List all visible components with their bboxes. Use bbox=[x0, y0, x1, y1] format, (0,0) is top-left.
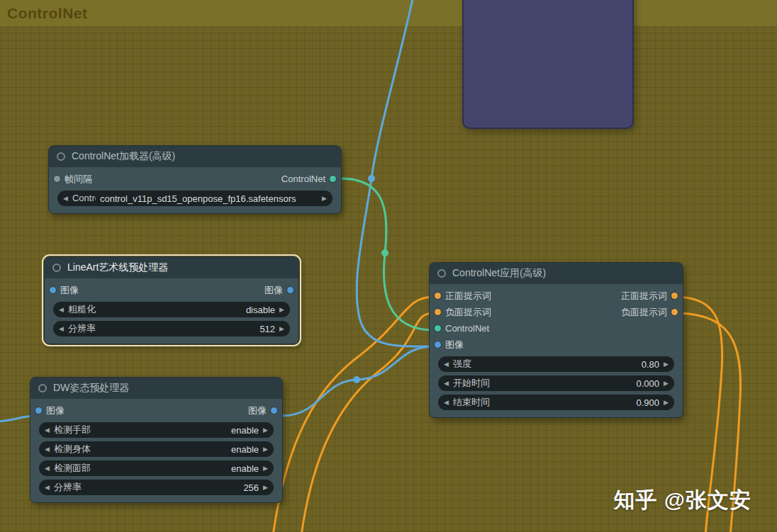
widget-value: 0.80 bbox=[476, 359, 659, 370]
node-title: LineArt艺术线预处理器 bbox=[67, 261, 168, 274]
widget-label: 检测面部 bbox=[54, 462, 91, 475]
input-slot-dot-image[interactable] bbox=[50, 287, 56, 293]
widget-right-arrow-icon[interactable]: ▶ bbox=[263, 426, 268, 434]
input-slot-dot-positive[interactable] bbox=[435, 293, 441, 299]
widget-right-arrow-icon[interactable]: ▶ bbox=[263, 446, 268, 453]
widget-left-arrow-icon[interactable]: ◀ bbox=[444, 361, 449, 368]
input-slot-label: 图像 bbox=[46, 404, 65, 417]
widget-left-arrow-icon[interactable]: ◀ bbox=[444, 380, 449, 387]
input-slot-dot-timestep[interactable] bbox=[54, 176, 60, 182]
group-header-bar[interactable]: ControlNet bbox=[0, 0, 777, 27]
input-slot-label: 负面提示词 bbox=[445, 306, 491, 319]
node-title-bar[interactable]: DW姿态预处理器 bbox=[30, 378, 282, 399]
widget-value: enable bbox=[95, 425, 259, 436]
widget-value: 512 bbox=[100, 324, 275, 334]
node-title: ControlNet加载器(高级) bbox=[72, 150, 175, 163]
widget-label: 强度 bbox=[453, 358, 471, 370]
input-slot-label: ControlNet bbox=[445, 323, 489, 334]
widget-value: disable bbox=[100, 305, 275, 315]
output-slot-label: 图像 bbox=[264, 284, 283, 297]
widget-right-arrow-icon[interactable]: ▶ bbox=[263, 465, 268, 472]
widget-right-arrow-icon[interactable]: ▶ bbox=[664, 380, 669, 387]
widget-left-arrow-icon[interactable]: ◀ bbox=[45, 484, 50, 491]
widget-label: 检测手部 bbox=[54, 424, 91, 436]
widget-resolution[interactable]: ◀ 分辨率 512 ▶ bbox=[53, 321, 290, 336]
input-slot-label: 图像 bbox=[445, 339, 464, 351]
widget-end-percent[interactable]: ◀ 结束时间 0.900 ▶ bbox=[438, 395, 674, 410]
widget-value: 256 bbox=[86, 482, 259, 493]
collapse-dot[interactable] bbox=[57, 152, 65, 161]
widget-left-arrow-icon[interactable]: ◀ bbox=[444, 399, 449, 406]
widget-left-arrow-icon[interactable]: ◀ bbox=[45, 446, 50, 453]
widget-detect-body[interactable]: ◀ 检测身体 enable ▶ bbox=[39, 441, 274, 457]
node-apply-controlnet[interactable]: ControlNet应用(高级) 正面提示词 正面提示词 负面提示词 负面提示词 bbox=[429, 262, 683, 418]
collapse-dot[interactable] bbox=[38, 384, 47, 392]
widget-label: 结束时间 bbox=[453, 396, 490, 409]
widget-label: 开始时间 bbox=[453, 377, 490, 390]
node-title: DW姿态预处理器 bbox=[53, 382, 129, 395]
widget-label: ControlNet名 bbox=[72, 192, 96, 205]
group-title: ControlNet bbox=[0, 0, 777, 26]
output-slot-dot-image[interactable] bbox=[287, 287, 294, 293]
widget-strength[interactable]: ◀ 强度 0.80 ▶ bbox=[438, 356, 674, 372]
slot-row: 图像 图像 bbox=[45, 282, 298, 298]
output-slot-label: ControlNet bbox=[281, 174, 325, 184]
widget-left-arrow-icon[interactable]: ◀ bbox=[45, 426, 50, 434]
widget-resolution[interactable]: ◀ 分辨率 256 ▶ bbox=[39, 480, 274, 495]
widget-left-arrow-icon[interactable]: ◀ bbox=[59, 306, 64, 313]
widget-right-arrow-icon[interactable]: ▶ bbox=[664, 361, 669, 368]
slot-row: 图像 bbox=[430, 336, 683, 353]
output-slot-dot-image[interactable] bbox=[271, 407, 277, 414]
widget-right-arrow-icon[interactable]: ▶ bbox=[664, 399, 669, 406]
node-dwpose-preprocessor[interactable]: DW姿态预处理器 图像 图像 ◀ 检测手部 enable ▶ ◀ 检测身体 en… bbox=[30, 377, 283, 503]
node-title: ControlNet应用(高级) bbox=[452, 267, 546, 280]
widget-start-percent[interactable]: ◀ 开始时间 0.000 ▶ bbox=[438, 375, 674, 391]
widget-right-arrow-icon[interactable]: ▶ bbox=[279, 325, 284, 332]
widget-left-arrow-icon[interactable]: ◀ bbox=[45, 465, 50, 472]
output-slot-dot-controlnet[interactable] bbox=[330, 176, 336, 182]
output-slot-label: 正面提示词 bbox=[621, 290, 667, 302]
slot-row: 图像 图像 bbox=[30, 402, 282, 419]
collapse-dot[interactable] bbox=[52, 264, 61, 272]
widget-right-arrow-icon[interactable]: ▶ bbox=[279, 306, 284, 313]
slot-row: 帧间隔 ControlNet bbox=[49, 171, 341, 187]
widget-detect-hands[interactable]: ◀ 检测手部 enable ▶ bbox=[39, 422, 274, 438]
widget-value: enable bbox=[95, 463, 259, 474]
slot-row: 负面提示词 负面提示词 bbox=[430, 304, 683, 320]
purple-panel-node[interactable] bbox=[462, 0, 634, 129]
input-slot-label: 图像 bbox=[60, 284, 79, 297]
input-slot-label: 帧间隔 bbox=[65, 173, 92, 186]
slot-row: 正面提示词 正面提示词 bbox=[430, 288, 683, 304]
input-slot-dot-image[interactable] bbox=[435, 341, 441, 348]
collapse-dot[interactable] bbox=[437, 269, 446, 278]
node-title-bar[interactable]: LineArt艺术线预处理器 bbox=[45, 257, 298, 278]
widget-controlnet-name[interactable]: ◀ ControlNet名 control_v11p_sd15_openpose… bbox=[57, 191, 332, 206]
widget-label: 分辨率 bbox=[54, 481, 82, 494]
input-slot-dot-controlnet[interactable] bbox=[435, 325, 441, 332]
slot-row: ControlNet bbox=[430, 320, 683, 336]
input-slot-dot-negative[interactable] bbox=[435, 309, 441, 315]
output-slot-label: 图像 bbox=[248, 404, 267, 417]
output-slot-label: 负面提示词 bbox=[621, 306, 667, 319]
widget-right-arrow-icon[interactable]: ▶ bbox=[322, 195, 327, 202]
input-slot-label: 正面提示词 bbox=[445, 290, 491, 302]
widget-detect-face[interactable]: ◀ 检测面部 enable ▶ bbox=[39, 460, 274, 476]
watermark-text: 知乎 @张文安 bbox=[613, 486, 751, 515]
widget-value: 0.900 bbox=[494, 397, 659, 408]
input-slot-dot-image[interactable] bbox=[35, 407, 42, 414]
widget-left-arrow-icon[interactable]: ◀ bbox=[63, 195, 68, 202]
widget-label: 分辨率 bbox=[68, 322, 96, 335]
widget-value: enable bbox=[95, 444, 259, 455]
widget-coarse[interactable]: ◀ 粗糙化 disable ▶ bbox=[53, 302, 290, 317]
node-title-bar[interactable]: ControlNet加载器(高级) bbox=[49, 146, 341, 167]
widget-left-arrow-icon[interactable]: ◀ bbox=[59, 325, 64, 332]
widget-label: 检测身体 bbox=[54, 443, 91, 455]
output-slot-dot-negative[interactable] bbox=[671, 309, 678, 315]
widget-value: 0.000 bbox=[494, 378, 659, 389]
output-slot-dot-positive[interactable] bbox=[671, 293, 678, 299]
widget-right-arrow-icon[interactable]: ▶ bbox=[263, 484, 268, 491]
node-title-bar[interactable]: ControlNet应用(高级) bbox=[430, 263, 683, 284]
widget-label: 粗糙化 bbox=[68, 303, 96, 316]
node-lineart-preprocessor[interactable]: LineArt艺术线预处理器 图像 图像 ◀ 粗糙化 disable ▶ ◀ 分… bbox=[44, 256, 299, 344]
node-controlnet-loader[interactable]: ControlNet加载器(高级) 帧间隔 ControlNet ◀ Contr… bbox=[48, 145, 342, 214]
